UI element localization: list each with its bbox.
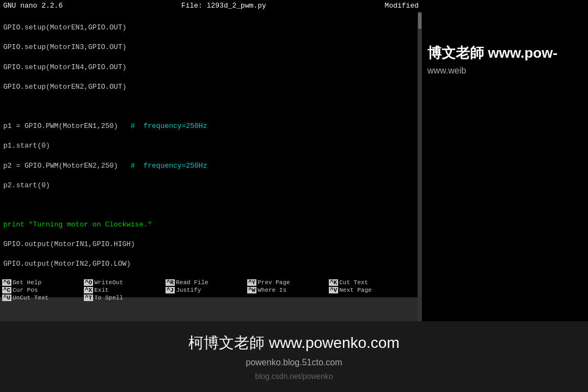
sidebar: 博文老師 www.pow- www.weib — [422, 0, 588, 321]
nano-status: Modified — [385, 2, 419, 10]
footer-item-readfile: ^R Read File — [166, 279, 247, 286]
footer-item-prevpage: ^Y Prev Page — [247, 279, 329, 286]
code-line: GPIO.setup(MotorIN3,GPIO.OUT) — [3, 42, 419, 52]
footer-label: Get Help — [13, 279, 41, 286]
code-line: GPIO.output(MotorIN1,GPIO.HIGH) — [3, 240, 419, 249]
footer-key: ^O — [84, 279, 93, 286]
footer-label: UnCut Text — [13, 295, 48, 301]
bottom-area: 柯博文老師 www.powenko.com powenko.blog.51cto… — [0, 321, 588, 392]
footer-item-curpos: ^C Cur Pos — [2, 287, 84, 293]
footer-item-whereis: ^W Where Is — [247, 287, 329, 293]
footer-item-justify: ^J Justify — [166, 287, 247, 293]
footer-key: ^C — [2, 287, 11, 293]
nano-filename: File: l293d_2_pwm.py — [63, 2, 384, 10]
sidebar-text-main: 博文老師 www.pow- — [427, 44, 558, 63]
code-line: p1 = GPIO.PWM(MotorEN1,250) # frequency=… — [3, 121, 419, 131]
footer-key: ^G — [2, 279, 11, 286]
code-line: GPIO.output(MotorIN2,GPIO.LOW) — [3, 259, 419, 269]
footer-item-uncut: ^U UnCut Text — [2, 295, 84, 301]
footer-label: Exit — [94, 287, 108, 293]
footer-label: Cur Pos — [13, 287, 38, 293]
footer-key: ^U — [2, 295, 11, 301]
footer-item-tospell: ^T To Spell — [84, 295, 166, 301]
footer-item-exit: ^X Exit — [84, 287, 166, 293]
code-line: GPIO.setup(MotorEN2,GPIO.OUT) — [3, 82, 419, 92]
footer-key: ^K — [329, 279, 338, 286]
footer-item-writeout: ^O WriteOut — [84, 279, 166, 286]
footer-label: Prev Page — [258, 279, 290, 286]
footer-key: ^R — [166, 279, 175, 286]
terminal-window: GNU nano 2.2.6 File: l293d_2_pwm.py Modi… — [0, 0, 422, 321]
sidebar-text-sub: www.weib — [427, 66, 466, 76]
footer-label: Justify — [176, 287, 201, 293]
code-line: GPIO.setup(MotorIN4,GPIO.OUT) — [3, 63, 419, 72]
code-line: GPIO.setup(MotorEN1,GPIO.OUT) — [3, 23, 419, 33]
bottom-main-text: 柯博文老師 www.powenko.com — [188, 333, 399, 353]
footer-key: ^J — [166, 287, 175, 293]
footer-label: To Spell — [94, 295, 123, 301]
footer-item-cuttext: ^K Cut Text — [329, 279, 411, 286]
footer-label: Where Is — [258, 287, 286, 293]
footer-key: ^T — [84, 295, 93, 301]
nano-footer: ^G Get Help ^O WriteOut ^R Read File ^Y … — [0, 278, 422, 297]
footer-key: ^V — [329, 287, 338, 293]
footer-label: Read File — [176, 279, 208, 286]
footer-label: Next Page — [339, 287, 371, 293]
scrollbar[interactable] — [418, 12, 422, 321]
footer-label: WriteOut — [94, 279, 123, 286]
footer-item-gethelp: ^G Get Help — [2, 279, 84, 286]
bottom-sub-text1: powenko.blog.51cto.com — [246, 358, 342, 367]
code-editor[interactable]: GPIO.setup(MotorEN1,GPIO.OUT) GPIO.setup… — [0, 11, 422, 278]
code-line: p2 = GPIO.PWM(MotorEN2,250) # frequency=… — [3, 161, 419, 171]
scrollbar-thumb[interactable] — [418, 13, 421, 29]
footer-label: Cut Text — [339, 279, 368, 286]
code-line: p2.start(0) — [3, 181, 419, 191]
footer-key: ^Y — [247, 279, 256, 286]
code-line: p1.start(0) — [3, 141, 419, 151]
code-line: print "Turning motor on Clockwise." — [3, 220, 419, 230]
footer-item-nextpage: ^V Next Page — [329, 287, 411, 293]
code-line — [3, 200, 419, 210]
nano-header: GNU nano 2.2.6 File: l293d_2_pwm.py Modi… — [0, 0, 422, 11]
bottom-sub-text2: blog.csdn.net/powenko — [255, 372, 333, 381]
footer-key: ^W — [247, 287, 256, 293]
nano-version: GNU nano 2.2.6 — [3, 2, 63, 10]
footer-key: ^X — [84, 287, 93, 293]
code-line — [3, 102, 419, 112]
